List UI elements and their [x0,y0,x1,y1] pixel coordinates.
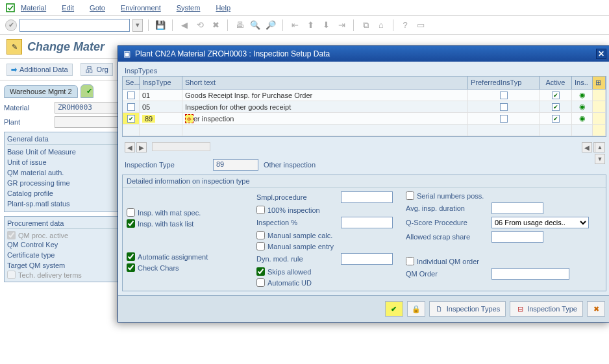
automatic-ud-checkbox[interactable]: Automatic UD [256,278,393,287]
hundred-pct-checkbox[interactable]: 100% inspection [256,206,393,214]
first-page-icon[interactable]: ⇤ [288,19,301,32]
find-next-icon[interactable]: 🔎 [264,19,277,32]
scroll-up-icon[interactable]: ▲ [595,142,605,152]
plant-value [55,116,119,128]
automatic-assignment-checkbox[interactable]: Automatic assignment [127,252,243,261]
grid-config-icon[interactable]: ⊞ [593,77,606,89]
q-score-procedure-select[interactable]: 06 From usage decis.. [491,217,589,228]
serial-numbers-checkbox[interactable]: Serial numbers poss. [406,191,594,200]
dyn-mod-rule-input[interactable] [341,253,393,265]
tab-active-indicator[interactable]: ✔ [81,84,93,98]
preferred-checkbox[interactable] [500,91,508,99]
row-action-icon[interactable]: ◉ [579,91,586,99]
col-prev-icon[interactable]: ◀ [582,142,592,152]
active-checkbox[interactable] [552,103,560,111]
plant-label: Plant [4,118,55,126]
menu-goto[interactable]: Goto [90,4,105,12]
menu-edit[interactable]: Edit [62,4,74,12]
col-first-icon[interactable]: ◀ [125,142,135,152]
qm-order-input[interactable] [491,268,569,280]
inspection-type-button[interactable]: ⊟Inspection Type [510,301,583,317]
document-icon: 🗋 [435,304,444,313]
app-menu-icon[interactable] [5,3,16,13]
detail-panel-title: Detailed information on inspection type [123,175,606,188]
h-scrollbar[interactable] [152,142,210,151]
material-label: Material [4,104,55,112]
manual-sample-calc-checkbox[interactable]: Manual sample calc. [256,231,393,239]
tech-delivery-checkbox[interactable]: Tech. delivery terms [7,271,121,279]
dialog-close-icon[interactable]: ✕ [596,49,606,59]
menu-material[interactable]: Material [21,4,46,12]
insp-with-task-list-checkbox[interactable]: Insp. with task list [127,219,243,228]
svg-rect-0 [6,4,14,12]
cancel-button[interactable]: ✖ [587,301,605,317]
general-data-group: General data Base Unit of Measure Unit o… [4,132,125,212]
insptypes-grid: Se... InspType Short text PreferredInsTy… [122,76,606,137]
procurement-data-title: Procurement data [7,219,121,229]
dialog-icon: ▣ [122,49,131,58]
check-chars-checkbox[interactable]: Check Chars [127,263,243,272]
row-action-icon[interactable]: ◉ [579,114,586,123]
dialog-title: Plant CN2A Material ZROH0003 : Inspectio… [135,49,330,58]
back-icon[interactable]: ◀ [178,19,191,32]
help-icon[interactable]: ? [399,19,412,32]
page-title: Change Mater [27,40,105,54]
validation-error-icon[interactable]: ⎆ [185,114,193,123]
row-action-icon[interactable]: ◉ [579,103,586,111]
print-icon[interactable]: 🖶 [233,19,246,32]
col-next-icon[interactable]: ▶ [136,142,147,152]
command-dropdown-icon[interactable]: ▾ [132,19,143,32]
next-page-icon[interactable]: ⬇ [319,19,332,32]
manual-sample-entry-checkbox[interactable]: Manual sample entry [256,242,393,250]
material-value: ZROH0003 [55,102,119,114]
additional-data-button[interactable]: ➡Additional Data [6,64,73,76]
insp-with-mat-spec-checkbox[interactable]: Insp. with mat spec. [127,208,243,217]
layout-icon[interactable]: ▭ [414,19,427,32]
org-icon: 品 [85,65,94,74]
avg-insp-duration-input[interactable] [491,202,543,214]
preferred-checkbox[interactable] [500,103,508,111]
row-select-checkbox[interactable] [127,91,135,99]
table-row[interactable]: 89 ⎆ er inspection ◉ [123,113,606,125]
inspection-types-button[interactable]: 🗋Inspection Types [429,301,506,317]
save-icon[interactable]: 💾 [154,19,167,32]
menu-environment[interactable]: Environment [121,4,161,12]
lock-button[interactable]: 🔒 [407,301,425,317]
skips-allowed-checkbox[interactable]: Skips allowed [256,267,393,276]
shortcut-icon[interactable]: ⌂ [375,19,388,32]
last-page-icon[interactable]: ⇥ [335,19,348,32]
insptypes-label: InspTypes [122,66,606,76]
row-select-checkbox[interactable] [127,115,135,123]
ok-button[interactable]: ✔ [385,301,403,317]
allowed-scrap-input[interactable] [491,231,543,243]
individual-qm-order-checkbox[interactable]: Individual QM order [406,257,594,265]
enter-icon[interactable]: ✔ [5,19,17,31]
table-row[interactable]: 01 Goods Receipt Insp. for Purchase Orde… [123,90,606,101]
active-checkbox[interactable] [552,115,560,123]
general-data-title: General data [7,135,121,145]
find-icon[interactable]: 🔍 [249,19,262,32]
menu-help[interactable]: Help [216,4,230,12]
preferred-checkbox[interactable] [500,115,508,123]
exit-icon[interactable]: ⟲ [193,19,206,32]
menu-system[interactable]: System [177,4,201,12]
table-row[interactable]: 05 Inspection for other goods receipt ◉ [123,101,606,113]
tab-warehouse-mgmt[interactable]: Warehouse Mgmt 2 [4,85,78,98]
org-levels-button[interactable]: 品Org [81,63,113,76]
smpl-procedure-input[interactable] [341,191,393,203]
row-select-checkbox[interactable] [127,103,135,111]
scroll-down-icon[interactable]: ▼ [595,154,605,164]
lock-icon: 🔒 [412,304,421,313]
delete-row-icon: ⊟ [516,304,525,313]
procurement-data-group: Procurement data QM proc. active QM Cont… [4,216,125,282]
inspection-pct-input[interactable] [341,217,393,228]
cancel-icon[interactable]: ✖ [209,19,222,32]
new-session-icon[interactable]: ⧉ [359,19,372,32]
prev-page-icon[interactable]: ⬆ [304,19,317,32]
command-field[interactable] [19,19,130,32]
transaction-icon: ✎ [6,39,22,55]
qm-proc-active-checkbox[interactable]: QM proc. active [7,231,121,239]
active-checkbox[interactable] [552,91,560,99]
table-row[interactable] [123,125,606,136]
inspection-setup-dialog: ▣Plant CN2A Material ZROH0003 : Inspecti… [118,45,609,322]
